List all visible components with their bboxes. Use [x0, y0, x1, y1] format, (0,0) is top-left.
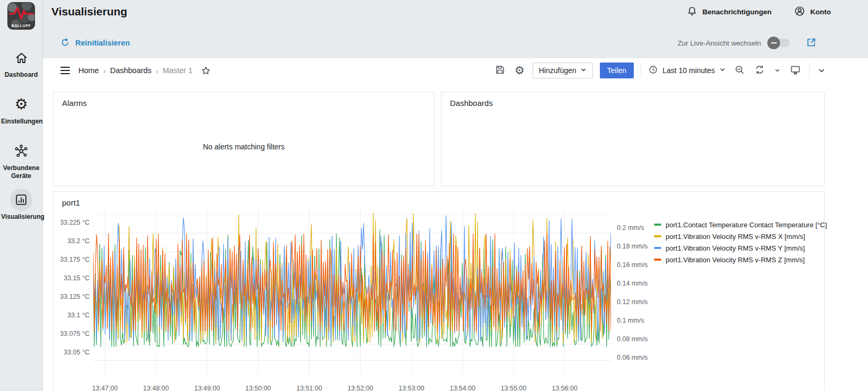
- balluff-logo: BALLUFF: [7, 2, 35, 30]
- left-axis-tick: 33.15 °C: [64, 274, 90, 282]
- reinitialize-button[interactable]: Reinitialisieren: [60, 37, 130, 49]
- gear-icon: ⚙: [10, 93, 32, 115]
- topbar: Visualisierung Benachrichtigungen Konto: [43, 0, 868, 23]
- x-axis-tick: 13:54:00: [449, 385, 475, 391]
- right-axis-tick: 0.06 mm/s: [617, 354, 648, 361]
- breadcrumb-item[interactable]: Dashboards: [110, 66, 152, 75]
- legend-item[interactable]: port1.Contact Temperature Contact Temper…: [654, 219, 827, 230]
- legend-label: port1.Vibration Velocity RMS v-RMS Z [mm…: [666, 256, 805, 264]
- share-button[interactable]: Teilen: [600, 63, 634, 78]
- x-axis-tick: 13:55:00: [501, 385, 527, 391]
- x-axis-tick: 13:49:00: [194, 385, 220, 391]
- sidebar-item-settings[interactable]: ⚙ Einstellungen: [0, 93, 42, 126]
- alarms-panel-title[interactable]: Alarms: [54, 92, 434, 108]
- legend-swatch: [654, 224, 661, 226]
- open-external-button[interactable]: [805, 37, 817, 50]
- toolbar-divider: [641, 63, 641, 78]
- sidebar: Dashboard ⚙ Einstellungen Verbundene Ger…: [0, 0, 43, 391]
- right-axis-tick: 0.2 mm/s: [617, 224, 644, 232]
- time-range-label: Last 10 minutes: [662, 66, 715, 75]
- left-axis-tick: 33.1 °C: [67, 312, 90, 319]
- x-axis-tick: 13:51:00: [296, 385, 322, 391]
- subheader: Reinitialisieren Zur Live-Ansicht wechse…: [43, 31, 868, 55]
- refresh-interval-chevron[interactable]: [773, 66, 782, 75]
- right-axis-tick: 0.16 mm/s: [617, 261, 648, 269]
- sidebar-item-dashboard[interactable]: Dashboard: [0, 47, 42, 79]
- dashboard-settings-button[interactable]: ⚙: [513, 64, 526, 77]
- live-view-toggle-label: Zur Live-Ansicht wechseln: [677, 39, 761, 47]
- tv-mode-button[interactable]: [789, 63, 802, 78]
- menu-icon[interactable]: [59, 66, 71, 75]
- account-label: Konto: [810, 8, 831, 16]
- right-axis-tick: 0.08 mm/s: [617, 335, 648, 343]
- toggle-knob[interactable]: [767, 37, 780, 49]
- left-axis-tick: 33.075 °C: [60, 330, 90, 337]
- dashboard-canvas: Home›Dashboards›Master 1 ⚙ Hinzufügen: [43, 58, 868, 391]
- dashboards-panel: Dashboards: [441, 92, 825, 186]
- left-axis-tick: 33.2 °C: [67, 237, 90, 245]
- legend-label: port1.Contact Temperature Contact Temper…: [666, 221, 827, 229]
- left-axis-tick: 33.05 °C: [64, 349, 90, 356]
- connected-devices-icon: [10, 140, 32, 162]
- x-axis-tick: 13:50:00: [245, 385, 271, 391]
- monitor-icon: [790, 64, 801, 77]
- left-axis: 33.225 °C33.2 °C33.175 °C33.15 °C33.125 …: [54, 207, 90, 391]
- chevron-down-icon: [580, 66, 587, 75]
- account-button[interactable]: Konto: [794, 5, 831, 19]
- sidebar-item-label: Dashboard: [0, 71, 42, 79]
- time-range-picker[interactable]: Last 10 minutes: [648, 65, 726, 76]
- refresh-dashboard-button[interactable]: [753, 63, 766, 78]
- legend-swatch: [654, 235, 661, 237]
- dashboards-panel-title[interactable]: Dashboards: [441, 92, 824, 108]
- bell-icon: [686, 5, 698, 19]
- sidebar-item-label: Verbundene Geräte: [0, 164, 42, 180]
- legend-swatch: [654, 259, 661, 261]
- right-axis-tick: 0.18 mm/s: [617, 243, 648, 250]
- zoom-out-button[interactable]: [733, 63, 746, 78]
- grafana-toolbar: Home›Dashboards›Master 1 ⚙ Hinzufügen: [43, 58, 868, 83]
- sidebar-item-visualization[interactable]: Visualisierung: [0, 189, 42, 221]
- breadcrumb-item[interactable]: Home: [78, 66, 99, 75]
- reinitialize-label: Reinitialisieren: [75, 39, 130, 47]
- legend-item[interactable]: port1.Vibration Velocity RMS v-RMS Y [mm…: [654, 242, 827, 254]
- bar-chart-icon: [10, 189, 32, 211]
- save-icon: [494, 64, 506, 77]
- x-axis-tick: 13:52:00: [348, 385, 374, 391]
- left-axis-tick: 33.125 °C: [60, 293, 90, 300]
- toolbar-divider: [809, 63, 810, 78]
- x-axis-tick: 13:48:00: [143, 385, 169, 391]
- sidebar-item-label: Visualisierung: [0, 213, 42, 221]
- home-icon: [10, 47, 32, 69]
- left-axis-tick: 33.175 °C: [60, 256, 90, 263]
- timeseries-chart-area: 33.225 °C33.2 °C33.175 °C33.15 °C33.125 …: [54, 207, 824, 391]
- live-view-toggle[interactable]: [769, 39, 790, 47]
- clock-icon: [648, 65, 658, 76]
- legend-label: port1.Vibration Velocity RMS v-RMS Y [mm…: [666, 244, 805, 252]
- timeseries-panel: port1 33.225 °C33.2 °C33.175 °C33.15 °C3…: [53, 191, 825, 391]
- save-dashboard-button[interactable]: [493, 63, 507, 78]
- legend-item[interactable]: port1.Vibration Velocity RMS v-RMS X [mm…: [654, 230, 827, 242]
- add-button[interactable]: Hinzufügen: [533, 63, 593, 78]
- breadcrumb-separator: ›: [156, 66, 158, 75]
- right-axis-tick: 0.14 mm/s: [617, 280, 648, 287]
- x-axis-tick: 13:47:00: [92, 385, 118, 391]
- notifications-label: Benachrichtigungen: [703, 8, 772, 16]
- breadcrumb-separator: ›: [103, 66, 106, 75]
- x-axis-tick: 13:56:00: [552, 385, 578, 391]
- sidebar-item-label: Einstellungen: [0, 118, 42, 126]
- legend-item[interactable]: port1.Vibration Velocity RMS v-RMS Z [mm…: [654, 254, 827, 265]
- external-link-icon: [805, 37, 817, 50]
- right-axis-tick: 0.1 mm/s: [617, 317, 644, 324]
- refresh-icon: [60, 37, 70, 49]
- page-title: Visualisierung: [51, 5, 127, 18]
- legend-swatch: [654, 247, 661, 249]
- notifications-button[interactable]: Benachrichtigungen: [686, 5, 772, 19]
- alarms-panel: Alarms No alerts matching filters: [53, 92, 435, 186]
- breadcrumb-item[interactable]: Master 1: [163, 66, 192, 75]
- favorite-star-icon[interactable]: [200, 65, 212, 77]
- chevron-down-icon: [719, 66, 726, 75]
- toolbar-collapse-chevron[interactable]: [817, 66, 827, 76]
- breadcrumb: Home›Dashboards›Master 1: [78, 66, 192, 75]
- sidebar-item-connected-devices[interactable]: Verbundene Geräte: [0, 140, 42, 180]
- add-button-label: Hinzufügen: [539, 66, 577, 75]
